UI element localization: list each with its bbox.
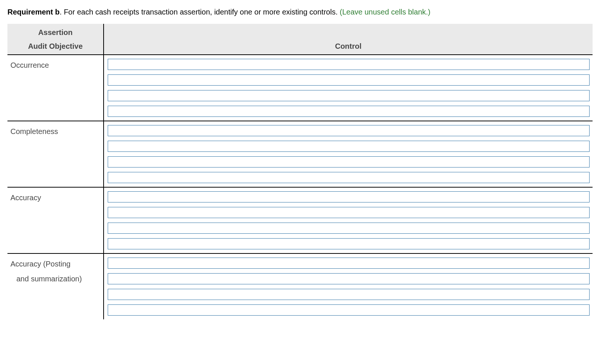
controls-cell: [104, 187, 593, 253]
requirement-description: . For each cash receipts transaction ass…: [60, 8, 340, 16]
assertion-text-extra: and summarization): [10, 274, 100, 284]
control-input[interactable]: [108, 304, 590, 316]
control-input[interactable]: [108, 258, 590, 269]
control-input[interactable]: [108, 106, 590, 117]
assertion-label-accuracy-posting: Accuracy (Posting and summarization): [7, 253, 104, 319]
requirement-label: Requirement b: [7, 8, 60, 16]
assertion-label-accuracy: Accuracy: [7, 187, 104, 253]
control-input[interactable]: [108, 141, 590, 152]
control-input[interactable]: [108, 191, 590, 202]
control-input[interactable]: [108, 90, 590, 101]
assertion-label-completeness: Completeness: [7, 121, 104, 187]
controls-cell: [104, 253, 593, 319]
table-header-row: Assertion Audit Objective Control: [7, 24, 593, 55]
assertion-text: Completeness: [10, 127, 58, 135]
assertion-text: Accuracy: [10, 194, 41, 202]
header-control: Control: [104, 24, 593, 55]
control-input[interactable]: [108, 74, 590, 86]
control-input[interactable]: [108, 125, 590, 136]
assertion-text: Accuracy (Posting: [10, 260, 70, 268]
header-assertion: Assertion Audit Objective: [7, 24, 104, 55]
control-input[interactable]: [108, 289, 590, 300]
control-input[interactable]: [108, 172, 590, 183]
control-input[interactable]: [108, 273, 590, 284]
control-input[interactable]: [108, 223, 590, 234]
controls-cell: [104, 55, 593, 121]
table-row: Accuracy: [7, 187, 593, 253]
assertion-label-occurrence: Occurrence: [7, 55, 104, 121]
table-row: Accuracy (Posting and summarization): [7, 253, 593, 319]
controls-table: Assertion Audit Objective Control Occurr…: [7, 24, 593, 319]
header-assertion-line2: Audit Objective: [11, 42, 100, 51]
controls-cell: [104, 121, 593, 187]
control-input[interactable]: [108, 156, 590, 167]
requirement-note: (Leave unused cells blank.): [340, 8, 430, 16]
control-input[interactable]: [108, 59, 590, 70]
header-assertion-line1: Assertion: [11, 28, 100, 37]
requirement-text-block: Requirement b. For each cash receipts tr…: [7, 7, 593, 17]
table-row: Occurrence: [7, 55, 593, 121]
control-input[interactable]: [108, 207, 590, 218]
control-input[interactable]: [108, 238, 590, 249]
assertion-text: Occurrence: [10, 61, 49, 69]
table-row: Completeness: [7, 121, 593, 187]
